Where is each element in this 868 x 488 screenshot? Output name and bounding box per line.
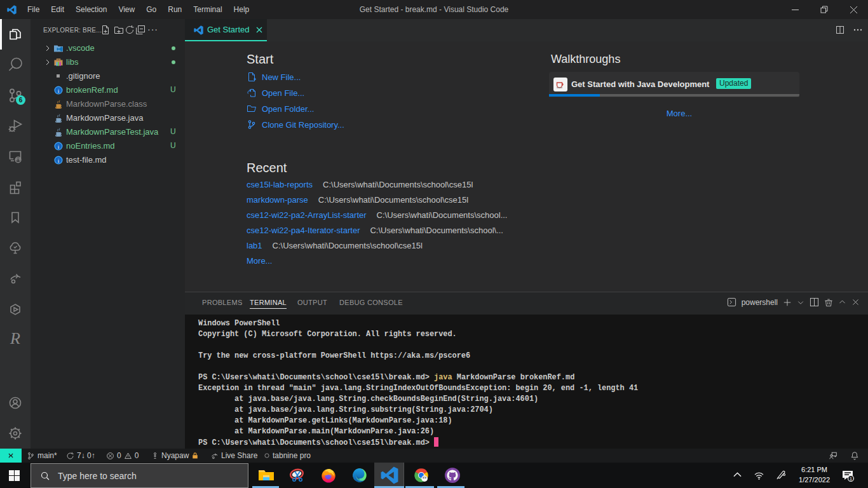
svg-text:1: 1 xyxy=(850,477,852,481)
